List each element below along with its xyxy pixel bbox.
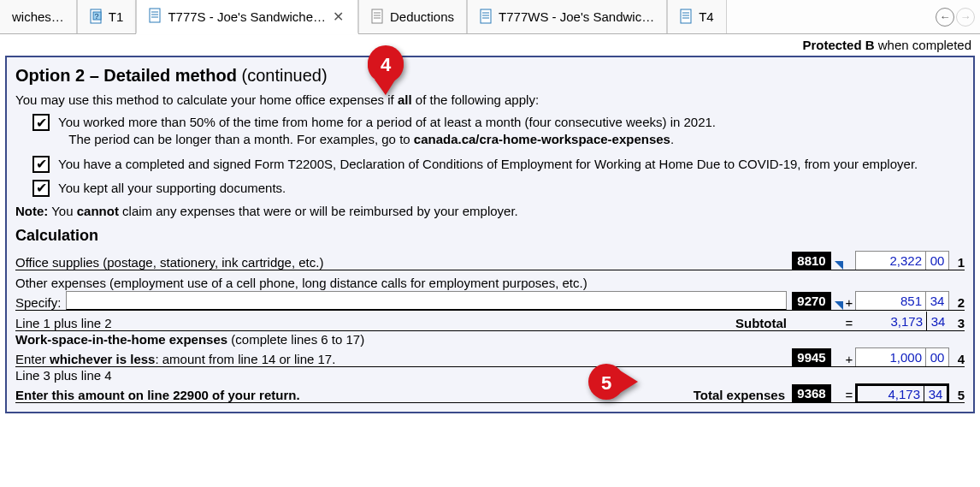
wsh1-bold: Work-space-in-the-home expenses xyxy=(15,332,227,347)
l1-code: 8810 xyxy=(792,252,831,270)
l5-cents: 34 xyxy=(924,386,947,401)
l2-num: 2 xyxy=(949,295,965,310)
l5-dollars: 4,173 xyxy=(858,386,924,401)
wsh2b: whichever is less xyxy=(50,352,155,366)
protected-suffix: when completed xyxy=(875,38,971,52)
l5-amount: 4,173 34 xyxy=(855,383,949,402)
wsh2: Enter whichever is less: amount from lin… xyxy=(15,352,792,366)
check-row-1: ✔ You worked more than 50% of the time f… xyxy=(32,114,965,149)
check2-text: You have a completed and signed Form T22… xyxy=(58,156,965,173)
tab-label: wiches… xyxy=(12,9,64,24)
check1-l1: You worked more than 50% of the time fro… xyxy=(58,115,716,129)
l1-label: Office supplies (postage, stationery, in… xyxy=(15,255,792,270)
calc-heading: Calculation xyxy=(15,227,965,245)
check1-text: You worked more than 50% of the time fro… xyxy=(58,114,965,149)
intro-p2: of the following apply: xyxy=(412,92,539,107)
l2-amount[interactable]: 851 34 xyxy=(855,291,949,310)
l4-code: 9945 xyxy=(792,348,831,366)
intro-bold: all xyxy=(398,92,412,107)
svg-rect-11 xyxy=(481,9,491,23)
l1-dollars: 2,322 xyxy=(856,252,926,270)
svg-rect-3 xyxy=(150,9,160,22)
note-t1: You xyxy=(48,204,76,218)
l2-cents: 34 xyxy=(926,292,948,310)
note-b1: Note: xyxy=(15,204,48,218)
calc-line-1: Office supplies (postage, stationery, in… xyxy=(15,250,965,270)
note-line: Note: You cannot claim any expenses that… xyxy=(15,204,965,218)
l5b: Enter this amount on line 22900 of your … xyxy=(15,388,694,402)
l5-code: 9368 xyxy=(792,384,831,402)
tab-truncated-left[interactable]: wiches… xyxy=(0,0,77,33)
note-t2: claim any expenses that were or will be … xyxy=(119,204,518,218)
doc-icon xyxy=(149,8,162,25)
wsh2a: Enter xyxy=(15,352,50,366)
dropdown-marker-icon[interactable] xyxy=(833,261,843,270)
l2-op: + xyxy=(843,295,855,310)
tab-label: T777S - Joe's Sandwiche… xyxy=(168,9,326,24)
tab-t777s[interactable]: T777S - Joe's Sandwiche… ✕ xyxy=(136,0,358,34)
check1-l2a: The period can be longer than a month. F… xyxy=(68,132,414,146)
check3-text: You kept all your supporting documents. xyxy=(58,180,965,197)
l5a-label: Line 3 plus line 4 xyxy=(15,368,965,383)
specify-input[interactable] xyxy=(66,291,787,310)
check1-link: canada.ca/cra-home-workspace-expenses xyxy=(414,132,670,146)
tab-t4[interactable]: T4 xyxy=(667,0,727,33)
calc-line-4: Enter whichever is less: amount from lin… xyxy=(15,347,965,367)
tab-label: T4 xyxy=(699,9,714,24)
nav-forward-button[interactable]: → xyxy=(956,8,975,27)
svg-rect-7 xyxy=(372,9,382,23)
close-icon[interactable]: ✕ xyxy=(331,9,345,25)
l4-num: 4 xyxy=(949,352,965,366)
checkbox-3[interactable]: ✔ xyxy=(32,180,50,197)
tab-bar: wiches… ? T1 T777S - Joe's Sandwiche… ✕ … xyxy=(0,0,980,34)
heading-main: Option 2 – Detailed method xyxy=(15,66,237,85)
wsh1-suffix: (complete lines 6 to 17) xyxy=(227,332,364,347)
l1-amount[interactable]: 2,322 00 xyxy=(855,251,949,270)
note-b2: cannot xyxy=(77,204,119,218)
checkbox-1[interactable]: ✔ xyxy=(32,114,50,131)
l3-op: = xyxy=(843,316,855,330)
l3-amount: 3,173 34 xyxy=(855,312,949,330)
tab-label: T1 xyxy=(109,9,124,24)
check1-l2c: . xyxy=(670,132,674,146)
l3-cents: 34 xyxy=(927,312,949,330)
l1-num: 1 xyxy=(949,255,965,270)
calc-line-5: Enter this amount on line 22900 of your … xyxy=(15,383,965,403)
tab-t777ws[interactable]: T777WS - Joe's Sandwic… xyxy=(467,0,667,33)
tab-t1[interactable]: ? T1 xyxy=(77,0,137,33)
total-label: Total expenses xyxy=(694,388,792,402)
svg-rect-15 xyxy=(681,9,691,23)
intro-line: You may use this method to calculate you… xyxy=(15,92,965,107)
svg-text:?: ? xyxy=(94,12,98,21)
dropdown-marker-icon[interactable] xyxy=(833,301,843,310)
l3-dollars: 3,173 xyxy=(855,312,927,330)
subtotal-label: Subtotal xyxy=(735,316,794,330)
l4-amount[interactable]: 1,000 00 xyxy=(855,347,949,366)
tab-label: Deductions xyxy=(390,9,454,24)
tab-deductions[interactable]: Deductions xyxy=(358,0,467,33)
other-desc: Other expenses (employment use of a cell… xyxy=(15,270,965,290)
check-row-3: ✔ You kept all your supporting documents… xyxy=(32,180,965,197)
wsh-line1: Work-space-in-the-home expenses (complet… xyxy=(15,331,965,347)
doc-help-icon: ? xyxy=(90,9,103,26)
option-heading: Option 2 – Detailed method (continued) xyxy=(15,66,965,86)
checkbox-2[interactable]: ✔ xyxy=(32,156,50,173)
wsh2c: : amount from line 14 or line 17. xyxy=(155,352,335,366)
doc-icon xyxy=(680,9,694,26)
heading-cont: (continued) xyxy=(241,66,327,85)
other-label: Other expenses (employment use of a cell… xyxy=(15,276,965,290)
l4-op: + xyxy=(843,352,855,366)
protected-line: Protected B when completed xyxy=(0,34,980,54)
l4-cents: 00 xyxy=(926,348,948,366)
doc-icon xyxy=(480,9,493,26)
l5a: Line 3 plus line 4 xyxy=(15,367,965,383)
form-area: Option 2 – Detailed method (continued) Y… xyxy=(5,56,975,413)
nav-back-button[interactable]: ← xyxy=(936,8,954,27)
l3-label: Line 1 plus line 2 xyxy=(15,316,735,330)
l4-dollars: 1,000 xyxy=(856,348,926,366)
protected-bold: Protected B xyxy=(802,38,874,52)
l2-dollars: 851 xyxy=(856,292,926,310)
l3-num: 3 xyxy=(949,316,965,330)
nav-arrows: ← → xyxy=(936,0,980,33)
doc-icon xyxy=(371,9,385,26)
